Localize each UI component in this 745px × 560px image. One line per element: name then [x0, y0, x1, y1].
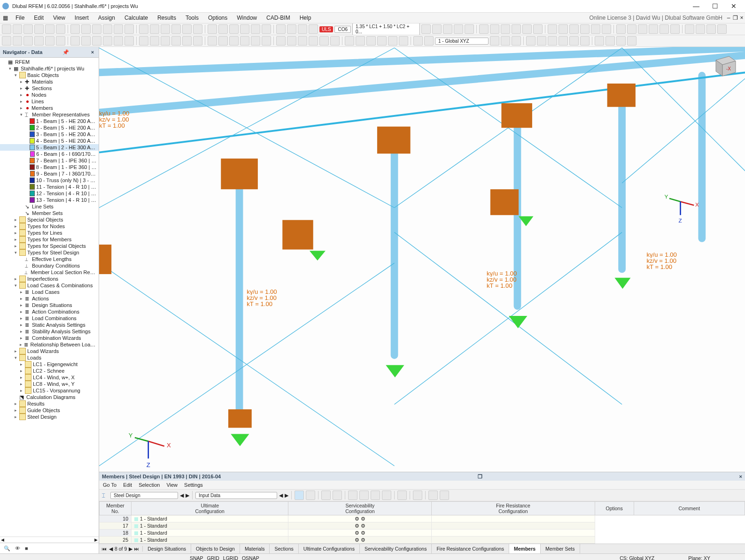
col-service[interactable]: Serviceability Configuration	[288, 502, 432, 515]
toolbar2-btn-21[interactable]	[240, 36, 249, 46]
toolbar2-btn-10[interactable]	[114, 36, 123, 46]
table-row[interactable]: 101 - Standard⚙ ⚙	[100, 515, 745, 522]
table-row[interactable]: 171 - Standard⚙ ⚙	[100, 522, 745, 529]
toolbar2-btn-23[interactable]	[262, 36, 271, 46]
mdi-min-icon[interactable]: –	[725, 15, 732, 21]
toolbar1-btn-12[interactable]	[139, 24, 148, 34]
col-fire[interactable]: Fire Resistance Configuration	[432, 502, 595, 515]
tree-item[interactable]: ▸Types for Members	[0, 236, 99, 243]
tree-item[interactable]: ▸≣Load Cases	[0, 289, 99, 295]
tree-rep[interactable]: 10 - Truss (only N) | 3 - CHS 76	[0, 177, 99, 184]
toolbar2-btn-4[interactable]	[45, 36, 54, 46]
toolbar2-btn-29[interactable]	[330, 36, 340, 46]
toolbar1-btn-32[interactable]	[432, 24, 442, 34]
menu-results[interactable]: Results	[153, 13, 181, 23]
mdi-restore-icon[interactable]: ❐	[732, 15, 738, 21]
toolbar1-btn-23[interactable]	[262, 24, 271, 34]
toolbar1-btn-21[interactable]	[240, 24, 249, 34]
toolbar1-btn-56[interactable]	[706, 24, 716, 34]
tree-item[interactable]: ↘Line Sets	[0, 203, 99, 210]
toolbar2-btn-17[interactable]	[193, 36, 202, 46]
toolbar1-btn-36[interactable]	[479, 24, 489, 34]
tree-item[interactable]: ▸≣Load Combinations	[0, 315, 99, 322]
bp-menu-go-to[interactable]: Go To	[103, 482, 116, 488]
table-row[interactable]: 181 - Standard⚙ ⚙	[100, 529, 745, 537]
model-view[interactable]: kγ/u = 1.00kz/v = 1.00kT = 1.00 kγ/u = 1…	[99, 47, 745, 472]
toolbar2-btn-18[interactable]	[208, 36, 217, 46]
toolbar2-btn-0[interactable]	[2, 36, 11, 46]
tab-sections[interactable]: Sections	[270, 544, 298, 553]
toolbar1-btn-46[interactable]	[591, 24, 600, 34]
nav-camera-icon[interactable]: ■	[25, 545, 28, 551]
toolbar1-btn-4[interactable]	[45, 24, 54, 34]
toolbar2-btn-47[interactable]	[580, 36, 590, 46]
tree-rep[interactable]: 12 - Tension | 4 - R 10 | L : 8.74	[0, 190, 99, 197]
tree-rep[interactable]: 13 - Tension | 4 - R 10 | L : 7.07	[0, 197, 99, 203]
tree-item[interactable]: ▸Lines	[0, 98, 99, 105]
tree-item[interactable]: ▸≣Stability Analysis Settings	[0, 328, 99, 335]
tree-member-reps[interactable]: ▾⌶Member Representatives	[0, 111, 99, 118]
scrollbar-h[interactable]: ◀▶	[0, 537, 99, 543]
tree-rep[interactable]: 8 - Beam | 1 - IPE 360 | L : 5.00	[0, 164, 99, 170]
page-nav[interactable]: ⏮	[102, 546, 107, 552]
tree-item[interactable]: ▸✚Sections	[0, 85, 99, 92]
toolbar2-btn-34[interactable]	[388, 36, 397, 46]
page-nav[interactable]: ▶	[129, 546, 132, 552]
tree-rep[interactable]: 3 - Beam | 5 - HE 200 A | L : 7.1	[0, 131, 99, 138]
toolbar1-btn-57[interactable]	[717, 24, 727, 34]
toolbar2-btn-39[interactable]	[490, 36, 499, 46]
tb-e[interactable]	[371, 491, 380, 500]
mdi-close-icon[interactable]: ×	[738, 15, 745, 21]
tree-rep[interactable]: 2 - Beam | 5 - HE 200 A | L : 5.0	[0, 124, 99, 131]
menu-insert[interactable]: Insert	[70, 13, 93, 23]
tree-basic[interactable]: ▾Basic Objects	[0, 72, 99, 78]
tree-rep[interactable]: 4 - Beam | 5 - HE 200 A | L : 7.3	[0, 138, 99, 144]
tree-item[interactable]: ▾Load Cases & Combinations	[0, 282, 99, 289]
tab-ultimate-configurations[interactable]: Ultimate Configurations	[299, 544, 360, 553]
tree-item[interactable]: ▸Types for Nodes	[0, 223, 99, 230]
select-button[interactable]	[295, 491, 304, 500]
tree-item[interactable]: ⟂Member Local Section Reduction	[0, 269, 99, 276]
toolbar1-btn-38[interactable]	[501, 24, 510, 34]
toolbar1-btn-45[interactable]	[580, 24, 590, 34]
toolbar2-btn-41[interactable]	[512, 36, 521, 46]
toolbar1-btn-31[interactable]	[421, 24, 431, 34]
design-combo[interactable]: Steel Design	[110, 492, 178, 499]
cs-combo[interactable]: 1 - Global XYZ	[435, 38, 489, 45]
prev-icon[interactable]: ◀	[180, 492, 184, 499]
status-osnap[interactable]: OSNAP	[242, 555, 259, 560]
tree-item[interactable]: ▸Load Wizards	[0, 348, 99, 354]
tree-item[interactable]: ⟂Boundary Conditions	[0, 262, 99, 269]
toolbar2-btn-22[interactable]	[251, 36, 260, 46]
menu-window[interactable]: Window	[232, 13, 262, 23]
tree-rep[interactable]: 7 - Beam | 1 - IPE 360 | L : 3.00	[0, 157, 99, 164]
tree-item[interactable]: ▸≣Combination Wizards	[0, 335, 99, 341]
next2-icon[interactable]: ▶	[285, 492, 288, 499]
bp-menu-edit[interactable]: Edit	[123, 482, 132, 488]
toolbar1-btn-47[interactable]	[602, 24, 611, 34]
toolbar2-btn-36[interactable]	[413, 36, 423, 46]
tb-c[interactable]	[348, 491, 357, 500]
toolbar2-btn-43[interactable]	[537, 36, 546, 46]
tree-item[interactable]: ▸≣Relationship Between Load Cases	[0, 341, 99, 348]
toolbar1-btn-13[interactable]	[150, 24, 159, 34]
panel-close-icon[interactable]: ×	[739, 474, 742, 479]
graph-button[interactable]	[428, 491, 438, 500]
toolbar1-btn-44[interactable]	[569, 24, 579, 34]
toolbar1-btn-7[interactable]	[81, 24, 91, 34]
toolbar1-btn-22[interactable]	[251, 24, 260, 34]
tree-rep[interactable]: 1 - Beam | 5 - HE 200 A | L : 7.0	[0, 118, 99, 124]
toolbar2-btn-3[interactable]	[34, 36, 44, 46]
tab-materials[interactable]: Materials	[240, 544, 270, 553]
tree-item[interactable]: ▸≣Action Combinations	[0, 308, 99, 315]
bp-menu-selection[interactable]: Selection	[139, 482, 160, 488]
filter-button[interactable]	[306, 491, 315, 500]
tree-item[interactable]: ▸Members	[0, 105, 99, 111]
menu-cad-bim[interactable]: CAD-BIM	[262, 13, 295, 23]
maximize-button[interactable]: ☐	[706, 0, 724, 12]
tb-f[interactable]	[382, 491, 391, 500]
view-cube[interactable]: -X	[710, 52, 738, 80]
export-button[interactable]	[397, 491, 407, 500]
app-menu-icon[interactable]: ▦	[0, 15, 11, 21]
col-ultimate[interactable]: Ultimate Configuration	[132, 502, 288, 515]
